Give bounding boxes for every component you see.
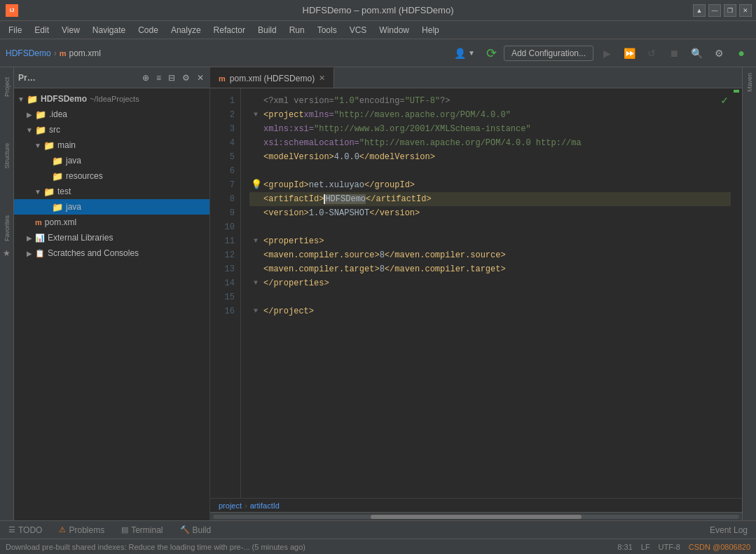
bc-project[interactable]: project	[219, 501, 242, 510]
breadcrumb-file[interactable]: pom.xml	[69, 48, 100, 58]
maximize-button[interactable]: ❐	[724, 4, 736, 17]
fold-icon[interactable]: ▼	[254, 108, 258, 122]
code-line-12[interactable]: <maven.compiler.source>8</maven.compiler…	[249, 248, 731, 262]
token: "http://maven.apache.org/POM/4.0.0 http:…	[359, 136, 582, 150]
problems-icon: ⚠	[59, 525, 66, 534]
code-line-1[interactable]: <?xml version="1.0" encoding="UTF-8"?>	[249, 94, 731, 108]
main-label: main	[57, 140, 76, 150]
tree-test-item[interactable]: ▼ 📁 test	[14, 184, 209, 199]
fast-run-button[interactable]: ⏩	[620, 44, 638, 62]
fold-icon[interactable]: ▼	[254, 276, 258, 290]
tree-src-item[interactable]: ▼ 📁 src	[14, 122, 209, 137]
tree-main-item[interactable]: ▼ 📁 main	[14, 137, 209, 153]
code-line-4[interactable]: xsi:schemaLocation="http://maven.apache.…	[249, 136, 731, 150]
build-tab[interactable]: 🔨 Build	[177, 524, 214, 536]
bulb-icon[interactable]: 💡	[251, 178, 262, 192]
settings-icon[interactable]: ⚙	[181, 72, 191, 84]
status-line-ending[interactable]: LF	[641, 543, 650, 551]
menu-item-analyze[interactable]: Analyze	[165, 24, 207, 36]
restore-button[interactable]: —	[708, 4, 721, 17]
help-button[interactable]: ●	[732, 44, 750, 62]
collapse-all-icon[interactable]: ⊟	[167, 72, 177, 84]
scroll-track[interactable]	[213, 515, 739, 519]
close-panel-icon[interactable]: ✕	[195, 72, 205, 84]
vcs-update-icon[interactable]: ⟳	[483, 46, 500, 61]
tree-scratches-item[interactable]: ▶ 📋 Scratches and Consoles	[14, 245, 209, 261]
structure-panel-label[interactable]: Structure	[4, 143, 11, 169]
favorites-star-icon[interactable]: ★	[3, 248, 11, 258]
tree-main-java-item[interactable]: 📁 java	[14, 153, 209, 168]
code-line-15[interactable]	[249, 290, 731, 304]
scroll-to-file-icon[interactable]: ≡	[155, 72, 163, 84]
menu-item-edit[interactable]: Edit	[29, 24, 55, 36]
add-scope-icon[interactable]: ⊕	[141, 72, 151, 84]
tree-pom-item[interactable]: m pom.xml	[14, 215, 209, 230]
code-line-2[interactable]: ▼<project xmlns="http://maven.apache.org…	[249, 108, 731, 122]
code-line-8[interactable]: <artifactId>HDFSDemo</artifactId>	[249, 192, 731, 206]
menu-item-run[interactable]: Run	[284, 24, 310, 36]
todo-tab[interactable]: ☰ TODO	[6, 524, 45, 536]
token: </properties>	[263, 276, 329, 290]
tree-root-item[interactable]: ▼ 📁 HDFSDemo ~/IdeaProjects	[14, 91, 209, 107]
root-label: HDFSDemo	[41, 94, 87, 104]
favorites-panel-label[interactable]: Favorites	[4, 215, 11, 241]
project-panel: Pr… ⊕ ≡ ⊟ ⚙ ✕ ▼ 📁 HDFSDemo ~/IdeaProject…	[14, 67, 210, 520]
terminal-tab[interactable]: ▤ Terminal	[118, 524, 165, 536]
fold-icon[interactable]: ▼	[254, 304, 258, 318]
run-button[interactable]: ▶	[598, 44, 616, 62]
tree-test-java-item[interactable]: 📁 java	[14, 199, 209, 215]
project-panel-label[interactable]: Project	[4, 77, 11, 97]
token: <?xml version=	[263, 94, 334, 108]
horizontal-scrollbar[interactable]	[210, 512, 742, 520]
maven-panel-label[interactable]: Maven	[746, 73, 753, 92]
menu-item-tools[interactable]: Tools	[312, 24, 343, 36]
code-line-6[interactable]	[249, 164, 731, 178]
bc-artifactid[interactable]: artifactId	[250, 501, 280, 510]
code-line-11[interactable]: ▼ <properties>	[249, 234, 731, 248]
tree-idea-item[interactable]: ▶ 📁 .idea	[14, 107, 209, 122]
token: xsi:schemaLocation=	[263, 136, 359, 150]
code-line-9[interactable]: <version>1.0-SNAPSHOT</version>	[249, 206, 731, 220]
code-line-7[interactable]: 💡 <groupId>net.xuluyao</groupId>	[249, 178, 731, 192]
breadcrumb-project[interactable]: HDFSDemo	[6, 48, 51, 58]
token: </project>	[263, 304, 314, 318]
menu-item-code[interactable]: Code	[132, 24, 164, 36]
tree-resources-item[interactable]: 📁 resources	[14, 168, 209, 184]
minimize-button[interactable]: ▲	[693, 4, 706, 17]
problems-label: Problems	[69, 525, 104, 535]
problems-tab[interactable]: ⚠ Problems	[56, 524, 107, 536]
ext-libs-label: External Libraries	[48, 233, 113, 243]
user-icon-button[interactable]: 👤 ▼	[450, 46, 479, 61]
search-everywhere-button[interactable]: 🔍	[687, 44, 706, 62]
reload-button[interactable]: ↺	[642, 44, 661, 62]
code-line-10[interactable]	[249, 220, 731, 234]
status-encoding[interactable]: UTF-8	[659, 543, 680, 551]
menu-item-build[interactable]: Build	[252, 24, 282, 36]
close-button[interactable]: ✕	[739, 4, 752, 17]
event-log-tab[interactable]: Event Log	[707, 524, 750, 536]
code-line-5[interactable]: <modelVersion>4.0.0</modelVersion>	[249, 150, 731, 164]
menu-item-vcs[interactable]: VCS	[344, 24, 373, 36]
add-configuration-button[interactable]: Add Configuration...	[504, 46, 593, 61]
menu-item-navigate[interactable]: Navigate	[87, 24, 131, 36]
menu-item-refactor[interactable]: Refactor	[208, 24, 251, 36]
scroll-thumb[interactable]	[371, 515, 581, 519]
menu-item-window[interactable]: Window	[373, 24, 415, 36]
terminal-label: Terminal	[131, 525, 163, 535]
line-number-8: 8	[210, 192, 235, 206]
fold-icon[interactable]: ▼	[254, 234, 258, 248]
tab-close-button[interactable]: ✕	[319, 74, 325, 83]
stop-button[interactable]: ⏹	[665, 44, 683, 62]
menu-item-view[interactable]: View	[56, 24, 85, 36]
code-line-16[interactable]: ▼</project>	[249, 304, 731, 318]
pom-xml-tab[interactable]: m pom.xml (HDFSDemo) ✕	[210, 67, 334, 88]
settings-button[interactable]: ⚙	[710, 44, 728, 62]
tree-ext-libs-item[interactable]: ▶ 📊 External Libraries	[14, 230, 209, 245]
code-line-3[interactable]: xmlns:xsi="http://www.w3.org/2001/XMLSch…	[249, 122, 731, 136]
code-line-13[interactable]: <maven.compiler.target>8</maven.compiler…	[249, 262, 731, 276]
src-label: src	[49, 125, 60, 135]
code-line-14[interactable]: ▼ </properties>	[249, 276, 731, 290]
menu-item-file[interactable]: File	[3, 24, 27, 36]
code-editor[interactable]: <?xml version="1.0" encoding="UTF-8"?>▼<…	[241, 88, 731, 498]
menu-item-help[interactable]: Help	[416, 24, 445, 36]
